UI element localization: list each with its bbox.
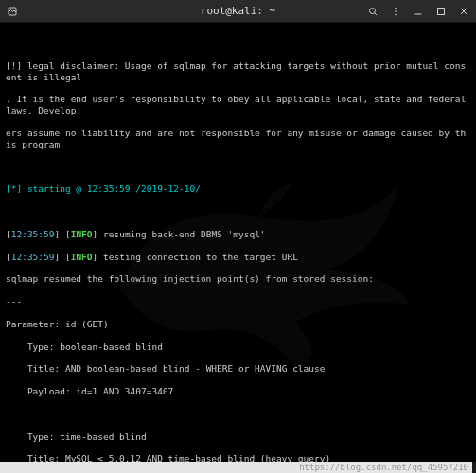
window-title: root@kali: ~ <box>201 5 275 17</box>
output-line: [12:35:59] [INFO] resuming back-end DBMS… <box>6 229 470 240</box>
output-line: ers assume no liability and are not resp… <box>6 128 470 150</box>
output-line: Type: boolean-based blind <box>6 342 470 353</box>
close-icon[interactable] <box>457 5 470 18</box>
output-line: Type: time-based blind <box>6 431 470 443</box>
output-line: Title: MySQL < 5.0.12 AND time-based bli… <box>6 453 470 462</box>
app-menu-icon[interactable] <box>6 5 19 18</box>
minimize-icon[interactable] <box>412 5 425 18</box>
svg-rect-7 <box>438 8 445 14</box>
output-line: [*] starting @ 12:35:59 /2019-12-10/ <box>6 184 470 195</box>
svg-point-3 <box>395 7 397 9</box>
output-line: Title: AND boolean-based blind - WHERE o… <box>6 363 470 375</box>
svg-point-5 <box>395 13 397 15</box>
search-icon[interactable] <box>366 5 379 18</box>
svg-line-2 <box>375 12 377 14</box>
svg-point-4 <box>395 10 397 12</box>
output-line <box>6 162 470 173</box>
output-line: . It is the end user's responsibility to… <box>6 94 470 116</box>
svg-point-1 <box>370 8 376 13</box>
menu-icon[interactable] <box>389 5 402 18</box>
maximize-icon[interactable] <box>434 5 448 18</box>
terminal-output[interactable]: [!] legal disclaimer: Usage of sqlmap fo… <box>0 23 476 462</box>
output-line: [!] legal disclaimer: Usage of sqlmap fo… <box>6 61 470 83</box>
output-line <box>6 409 470 420</box>
output-line: sqlmap resumed the following injection p… <box>6 273 470 285</box>
output-line: Payload: id=1 AND 3407=3407 <box>6 386 470 397</box>
output-line: [12:35:59] [INFO] testing connection to … <box>6 252 470 263</box>
output-line: Parameter: id (GET) <box>6 319 470 330</box>
output-line: --- <box>6 296 470 307</box>
page-watermark: https://blog.csdn.net/qq_45957210 <box>0 462 472 473</box>
window-titlebar: root@kali: ~ <box>0 0 476 23</box>
output-line <box>6 206 470 218</box>
